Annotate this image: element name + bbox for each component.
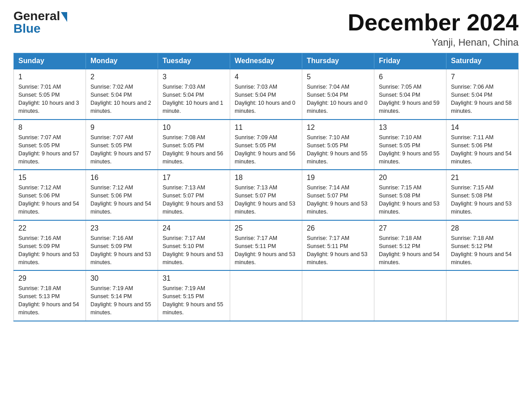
calendar-cell: 6 Sunrise: 7:05 AMSunset: 5:04 PMDayligh… — [374, 69, 446, 120]
day-number: 27 — [379, 224, 442, 232]
header-sunday: Sunday — [14, 53, 86, 69]
day-info: Sunrise: 7:13 AMSunset: 5:07 PMDaylight:… — [163, 184, 223, 215]
day-number: 18 — [235, 174, 297, 182]
calendar-cell — [230, 270, 302, 321]
day-number: 6 — [379, 73, 442, 81]
day-info: Sunrise: 7:13 AMSunset: 5:07 PMDaylight:… — [235, 184, 296, 215]
logo-blue-text: Blue — [13, 21, 41, 36]
day-info: Sunrise: 7:12 AMSunset: 5:06 PMDaylight:… — [18, 184, 79, 215]
day-info: Sunrise: 7:04 AMSunset: 5:04 PMDaylight:… — [307, 84, 368, 114]
day-info: Sunrise: 7:14 AMSunset: 5:07 PMDaylight:… — [307, 184, 368, 215]
day-number: 7 — [451, 73, 514, 81]
title-block: December 2024 Yanji, Henan, China — [348, 9, 519, 48]
calendar-title: December 2024 — [348, 9, 519, 36]
day-info: Sunrise: 7:17 AMSunset: 5:11 PMDaylight:… — [307, 235, 368, 265]
week-row-4: 22 Sunrise: 7:16 AMSunset: 5:09 PMDaylig… — [14, 220, 519, 271]
calendar-cell: 11 Sunrise: 7:09 AMSunset: 5:05 PMDaylig… — [230, 120, 302, 170]
calendar-cell: 20 Sunrise: 7:15 AMSunset: 5:08 PMDaylig… — [374, 170, 446, 220]
weekday-header-row: Sunday Monday Tuesday Wednesday Thursday… — [14, 53, 519, 69]
day-number: 25 — [235, 224, 297, 232]
day-number: 2 — [90, 73, 153, 81]
calendar-cell: 13 Sunrise: 7:10 AMSunset: 5:05 PMDaylig… — [374, 120, 446, 170]
day-number: 22 — [18, 224, 81, 232]
day-number: 21 — [451, 174, 514, 182]
day-info: Sunrise: 7:02 AMSunset: 5:04 PMDaylight:… — [90, 84, 151, 114]
calendar-cell: 23 Sunrise: 7:16 AMSunset: 5:09 PMDaylig… — [86, 220, 158, 271]
day-number: 9 — [90, 124, 153, 132]
calendar-cell: 21 Sunrise: 7:15 AMSunset: 5:08 PMDaylig… — [446, 170, 519, 220]
logo-triangle-icon — [61, 12, 67, 22]
week-row-2: 8 Sunrise: 7:07 AMSunset: 5:05 PMDayligh… — [14, 120, 519, 170]
day-number: 13 — [379, 124, 442, 132]
day-info: Sunrise: 7:07 AMSunset: 5:05 PMDaylight:… — [18, 134, 79, 165]
calendar-cell: 25 Sunrise: 7:17 AMSunset: 5:11 PMDaylig… — [230, 220, 302, 271]
calendar-cell: 28 Sunrise: 7:18 AMSunset: 5:12 PMDaylig… — [446, 220, 519, 271]
day-number: 8 — [18, 124, 81, 132]
day-info: Sunrise: 7:12 AMSunset: 5:06 PMDaylight:… — [90, 184, 151, 215]
calendar-location: Yanji, Henan, China — [348, 37, 519, 48]
calendar-cell: 27 Sunrise: 7:18 AMSunset: 5:12 PMDaylig… — [374, 220, 446, 271]
calendar-cell: 30 Sunrise: 7:19 AMSunset: 5:14 PMDaylig… — [86, 270, 158, 321]
day-info: Sunrise: 7:08 AMSunset: 5:05 PMDaylight:… — [163, 134, 223, 165]
calendar-cell: 7 Sunrise: 7:06 AMSunset: 5:04 PMDayligh… — [446, 69, 519, 120]
calendar-cell: 22 Sunrise: 7:16 AMSunset: 5:09 PMDaylig… — [14, 220, 86, 271]
calendar-cell: 26 Sunrise: 7:17 AMSunset: 5:11 PMDaylig… — [302, 220, 374, 271]
day-number: 3 — [163, 73, 225, 81]
header-friday: Friday — [374, 53, 446, 69]
page-header: General Blue December 2024 Yanji, Henan,… — [13, 9, 519, 48]
day-info: Sunrise: 7:19 AMSunset: 5:14 PMDaylight:… — [90, 285, 151, 316]
day-number: 14 — [451, 124, 514, 132]
day-info: Sunrise: 7:01 AMSunset: 5:05 PMDaylight:… — [18, 84, 79, 114]
day-number: 5 — [307, 73, 369, 81]
week-row-1: 1 Sunrise: 7:01 AMSunset: 5:05 PMDayligh… — [14, 69, 519, 120]
day-info: Sunrise: 7:03 AMSunset: 5:04 PMDaylight:… — [235, 84, 296, 114]
day-number: 30 — [90, 274, 153, 283]
day-number: 1 — [18, 73, 81, 81]
calendar-cell: 19 Sunrise: 7:14 AMSunset: 5:07 PMDaylig… — [302, 170, 374, 220]
day-number: 4 — [235, 73, 297, 81]
calendar-cell: 16 Sunrise: 7:12 AMSunset: 5:06 PMDaylig… — [86, 170, 158, 220]
calendar-cell: 14 Sunrise: 7:11 AMSunset: 5:06 PMDaylig… — [446, 120, 519, 170]
day-number: 10 — [163, 124, 225, 132]
calendar-cell: 18 Sunrise: 7:13 AMSunset: 5:07 PMDaylig… — [230, 170, 302, 220]
week-row-5: 29 Sunrise: 7:18 AMSunset: 5:13 PMDaylig… — [14, 270, 519, 321]
header-tuesday: Tuesday — [158, 53, 230, 69]
day-number: 20 — [379, 174, 442, 182]
calendar-cell: 12 Sunrise: 7:10 AMSunset: 5:05 PMDaylig… — [302, 120, 374, 170]
day-number: 11 — [235, 124, 297, 132]
calendar-cell: 8 Sunrise: 7:07 AMSunset: 5:05 PMDayligh… — [14, 120, 86, 170]
calendar-cell: 4 Sunrise: 7:03 AMSunset: 5:04 PMDayligh… — [230, 69, 302, 120]
day-number: 15 — [18, 174, 81, 182]
day-info: Sunrise: 7:17 AMSunset: 5:10 PMDaylight:… — [163, 235, 223, 265]
calendar-cell: 15 Sunrise: 7:12 AMSunset: 5:06 PMDaylig… — [14, 170, 86, 220]
day-info: Sunrise: 7:15 AMSunset: 5:08 PMDaylight:… — [379, 184, 440, 215]
day-info: Sunrise: 7:10 AMSunset: 5:05 PMDaylight:… — [307, 134, 368, 165]
calendar-cell — [374, 270, 446, 321]
week-row-3: 15 Sunrise: 7:12 AMSunset: 5:06 PMDaylig… — [14, 170, 519, 220]
day-info: Sunrise: 7:17 AMSunset: 5:11 PMDaylight:… — [235, 235, 296, 265]
day-info: Sunrise: 7:07 AMSunset: 5:05 PMDaylight:… — [90, 134, 151, 165]
day-info: Sunrise: 7:18 AMSunset: 5:12 PMDaylight:… — [451, 235, 512, 265]
calendar-cell: 3 Sunrise: 7:03 AMSunset: 5:04 PMDayligh… — [158, 69, 230, 120]
calendar-cell — [302, 270, 374, 321]
day-number: 29 — [18, 274, 81, 283]
calendar-table: Sunday Monday Tuesday Wednesday Thursday… — [13, 53, 519, 321]
header-thursday: Thursday — [302, 53, 374, 69]
calendar-cell: 2 Sunrise: 7:02 AMSunset: 5:04 PMDayligh… — [86, 69, 158, 120]
day-number: 19 — [307, 174, 369, 182]
day-number: 12 — [307, 124, 369, 132]
day-info: Sunrise: 7:16 AMSunset: 5:09 PMDaylight:… — [90, 235, 151, 265]
day-info: Sunrise: 7:11 AMSunset: 5:06 PMDaylight:… — [451, 134, 512, 165]
day-number: 23 — [90, 224, 153, 232]
day-number: 28 — [451, 224, 514, 232]
day-info: Sunrise: 7:16 AMSunset: 5:09 PMDaylight:… — [18, 235, 79, 265]
calendar-cell: 29 Sunrise: 7:18 AMSunset: 5:13 PMDaylig… — [14, 270, 86, 321]
calendar-cell: 1 Sunrise: 7:01 AMSunset: 5:05 PMDayligh… — [14, 69, 86, 120]
day-info: Sunrise: 7:19 AMSunset: 5:15 PMDaylight:… — [163, 285, 223, 316]
header-saturday: Saturday — [446, 53, 519, 69]
day-info: Sunrise: 7:06 AMSunset: 5:04 PMDaylight:… — [451, 84, 512, 114]
day-info: Sunrise: 7:18 AMSunset: 5:12 PMDaylight:… — [379, 235, 440, 265]
calendar-cell: 10 Sunrise: 7:08 AMSunset: 5:05 PMDaylig… — [158, 120, 230, 170]
calendar-cell: 9 Sunrise: 7:07 AMSunset: 5:05 PMDayligh… — [86, 120, 158, 170]
day-number: 26 — [307, 224, 369, 232]
